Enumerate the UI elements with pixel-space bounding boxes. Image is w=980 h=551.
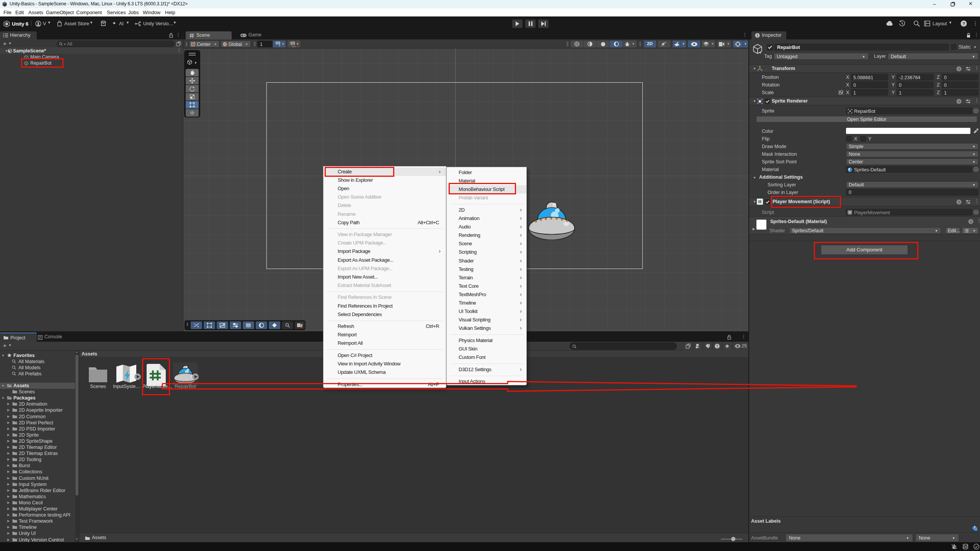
svg-text:?: ? — [958, 201, 960, 204]
svg-text:?: ? — [958, 100, 960, 104]
svg-text:?: ? — [958, 67, 960, 71]
svg-text:?: ? — [970, 220, 972, 224]
svg-text:?: ? — [962, 21, 965, 26]
